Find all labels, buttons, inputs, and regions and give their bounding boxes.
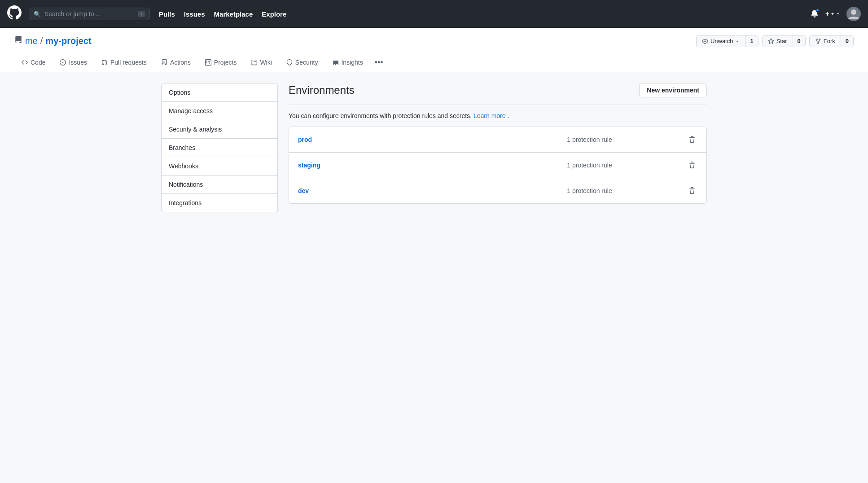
sidebar-item-branches[interactable]: Branches: [161, 139, 278, 157]
star-count: 0: [793, 35, 805, 47]
tab-security[interactable]: Security: [279, 54, 325, 71]
tab-pull-requests[interactable]: Pull requests: [94, 54, 154, 71]
env-name-dev[interactable]: dev: [298, 187, 492, 194]
fork-count: 0: [841, 35, 853, 47]
tab-wiki[interactable]: Wiki: [244, 54, 279, 71]
env-protection-prod: 1 protection rule: [492, 136, 687, 143]
notification-dot: [815, 8, 820, 12]
sidebar-item-security-analysis[interactable]: Security & analysis: [161, 120, 278, 139]
topnav-pulls-link[interactable]: Pulls: [159, 10, 175, 18]
topnav-right: +: [810, 7, 861, 21]
repo-header: me / my-project Unwatch 1 Star 0: [0, 28, 868, 72]
sidebar-item-webhooks[interactable]: Webhooks: [161, 157, 278, 176]
env-row-dev: dev 1 protection rule: [289, 178, 706, 203]
learn-more-link[interactable]: Learn more: [473, 112, 506, 119]
sidebar: Options Manage access Security & analysi…: [161, 83, 278, 467]
env-row-staging: staging 1 protection rule: [289, 153, 706, 178]
tab-issues[interactable]: Issues: [53, 54, 94, 71]
star-button[interactable]: Star: [763, 35, 793, 47]
breadcrumb: me / my-project: [14, 36, 92, 46]
tab-actions[interactable]: Actions: [154, 54, 198, 71]
avatar[interactable]: [846, 7, 861, 21]
topnav-links: Pulls Issues Marketplace Explore: [159, 10, 286, 18]
repo-header-top: me / my-project Unwatch 1 Star 0: [14, 35, 854, 47]
notifications-button[interactable]: [810, 9, 819, 20]
fork-button-group: Fork 0: [809, 35, 854, 47]
page-content: Options Manage access Security & analysi…: [147, 72, 721, 478]
topnav-issues-link[interactable]: Issues: [184, 10, 205, 18]
repo-actions: Unwatch 1 Star 0 Fork 0: [696, 35, 854, 47]
tab-insights[interactable]: Insights: [325, 54, 370, 71]
tab-more-button[interactable]: •••: [370, 53, 388, 72]
sidebar-item-options[interactable]: Options: [161, 83, 278, 102]
breadcrumb-user-link[interactable]: me: [25, 36, 38, 46]
tab-nav: Code Issues Pull requests Actions Projec…: [14, 53, 854, 72]
search-placeholder-text: Search or jump to...: [44, 10, 99, 18]
env-protection-staging: 1 protection rule: [492, 162, 687, 169]
tab-projects[interactable]: Projects: [198, 54, 244, 71]
topnav: 🔍 Search or jump to... / Pulls Issues Ma…: [0, 0, 868, 28]
topnav-marketplace-link[interactable]: Marketplace: [214, 10, 253, 18]
tab-code[interactable]: Code: [14, 54, 53, 71]
star-button-group: Star 0: [762, 35, 806, 47]
env-row-prod: prod 1 protection rule: [289, 127, 706, 153]
breadcrumb-repo-link[interactable]: my-project: [45, 36, 91, 46]
environments-header: Environments New environment: [289, 83, 707, 97]
new-item-button[interactable]: +: [825, 10, 840, 18]
sidebar-item-integrations[interactable]: Integrations: [161, 194, 278, 212]
environments-description: You can configure environments with prot…: [289, 112, 707, 119]
watch-button-group: Unwatch 1: [696, 35, 758, 47]
topnav-explore-link[interactable]: Explore: [262, 10, 286, 18]
github-logo-icon[interactable]: [7, 5, 22, 23]
svg-point-0: [851, 9, 856, 15]
main-content: Environments New environment You can con…: [289, 83, 707, 467]
environments-separator: [289, 105, 707, 105]
search-kbd-hint: /: [138, 11, 145, 17]
env-delete-staging-button[interactable]: [687, 160, 697, 171]
environments-description-text: You can configure environments with prot…: [289, 112, 472, 119]
env-delete-prod-button[interactable]: [687, 134, 697, 145]
sidebar-item-notifications[interactable]: Notifications: [161, 176, 278, 194]
env-protection-dev: 1 protection rule: [492, 187, 687, 194]
new-environment-button[interactable]: New environment: [639, 83, 707, 97]
env-delete-dev-button[interactable]: [687, 185, 697, 196]
search-box[interactable]: 🔍 Search or jump to... /: [29, 8, 150, 20]
search-icon: 🔍: [34, 11, 41, 18]
environments-title: Environments: [289, 84, 355, 97]
watch-count: 1: [745, 35, 758, 47]
env-list: prod 1 protection rule staging 1 protect…: [289, 127, 707, 204]
fork-button[interactable]: Fork: [810, 35, 841, 47]
watch-button[interactable]: Unwatch: [697, 35, 746, 47]
sidebar-item-manage-access[interactable]: Manage access: [161, 102, 278, 120]
env-name-staging[interactable]: staging: [298, 162, 492, 169]
breadcrumb-separator: /: [40, 36, 43, 46]
env-name-prod[interactable]: prod: [298, 136, 492, 143]
description-period: .: [507, 112, 509, 119]
repo-icon: [14, 36, 22, 46]
